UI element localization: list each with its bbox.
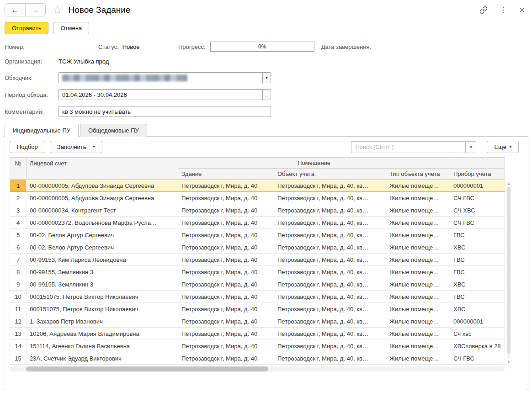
object-cell[interactable]: Петрозаводск г, Мира, д. 40, кв… (274, 340, 386, 352)
account-cell[interactable]: 000151075, Петров Виктор Николаевич (27, 303, 178, 315)
object-type-cell[interactable]: Жилые помеще… (386, 204, 450, 217)
search-clear-button[interactable]: × (465, 141, 476, 153)
object-type-cell[interactable]: Жилые помеще… (386, 180, 450, 192)
building-cell[interactable]: Петрозаводск г, Мира, д. 40 (178, 254, 274, 266)
object-cell[interactable]: Петрозаводск г, Мира, д. 40, кв… (274, 352, 386, 365)
account-cell[interactable]: 00-000000005, Абдулова Зинаида Сергеевна (27, 180, 178, 192)
table-row[interactable]: 800-99155, Землянкин 3Петрозаводск г, Ми… (10, 266, 505, 278)
account-cell[interactable]: 00-000000005, Абдулова Зинаида Сергеевна (27, 192, 178, 204)
building-cell[interactable]: Петрозаводск г, Мира, д. 40 (178, 266, 274, 278)
object-cell[interactable]: Петрозаводск г, Мира, д. 40, кв… (274, 291, 386, 303)
object-cell[interactable]: Петрозаводск г, Мира, д. 40, кв… (274, 303, 386, 315)
meter-cell[interactable]: ХВС (450, 278, 505, 291)
building-cell[interactable]: Петрозаводск г, Мира, д. 40 (178, 217, 274, 229)
row-number-cell[interactable]: 10 (10, 291, 27, 303)
object-cell[interactable]: Петрозаводск г, Мира, д. 40, кв… (274, 328, 386, 340)
meter-cell[interactable]: СЧ ГВС (450, 192, 505, 204)
row-number-cell[interactable]: 1 (10, 180, 27, 192)
meter-cell[interactable]: 000000001 (450, 315, 505, 328)
table-row[interactable]: 100-000000005, Абдулова Зинаида Сергеевн… (10, 180, 505, 192)
favorite-star-icon[interactable]: ☆ (53, 5, 63, 16)
close-icon[interactable]: × (519, 5, 525, 15)
search-input[interactable] (351, 141, 465, 153)
forward-button[interactable]: → (25, 4, 45, 16)
vertical-scrollbar[interactable]: ▴ ▾ (505, 157, 512, 365)
table-row[interactable]: 700-99153, Ким Лариса ЛеонидовнаПетрозав… (10, 254, 505, 266)
object-type-cell[interactable]: Жилые помеще… (386, 340, 450, 352)
account-cell[interactable]: 00-99155, Землянкин 3 (27, 278, 178, 291)
meter-cell[interactable]: 000000001 (450, 180, 505, 192)
object-type-cell[interactable]: Жилые помеще… (386, 328, 450, 340)
table-row[interactable]: 500-02, Белов Артур СергеевичПетрозаводс… (10, 229, 505, 241)
row-number-cell[interactable]: 14 (10, 340, 27, 352)
building-cell[interactable]: Петрозаводск г, Мира, д. 40 (178, 180, 274, 192)
row-number-cell[interactable]: 13 (10, 328, 27, 340)
table-row[interactable]: 121, Захаров Петр ИвановичПетрозаводск г… (10, 315, 505, 328)
account-cell[interactable]: 1, Захаров Петр Иванович (27, 315, 178, 328)
pick-button[interactable]: Подбор (10, 141, 45, 153)
header-num[interactable]: № (10, 158, 27, 180)
object-cell[interactable]: Петрозаводск г, Мира, д. 40, кв… (274, 241, 386, 254)
object-cell[interactable]: Петрозаводск г, Мира, д. 40, кв… (274, 229, 386, 241)
table-row[interactable]: 11000151075, Петров Виктор НиколаевичПет… (10, 303, 505, 315)
walker-combo-field[interactable]: ▾ (59, 72, 271, 83)
scroll-up-icon[interactable]: ▴ (508, 181, 510, 186)
building-cell[interactable]: Петрозаводск г, Мира, д. 40 (178, 241, 274, 254)
building-cell[interactable]: Петрозаводск г, Мира, д. 40 (178, 291, 274, 303)
account-cell[interactable]: 00-02, Белов Артур Сергеевич (27, 229, 178, 241)
object-type-cell[interactable]: Жилые помеще… (386, 291, 450, 303)
object-type-cell[interactable]: Жилые помеще… (386, 352, 450, 365)
object-type-cell[interactable]: Жилые помеще… (386, 229, 450, 241)
account-cell[interactable]: 00-99153, Ким Лариса Леонидовна (27, 254, 178, 266)
walker-dropdown-button[interactable]: ▾ (262, 73, 271, 83)
horizontal-scroll-thumb[interactable] (26, 366, 268, 371)
cancel-button[interactable]: Отмена (53, 22, 89, 34)
meter-cell[interactable]: СЧ ХВС (450, 204, 505, 217)
account-cell[interactable]: 000151075, Петров Виктор Николаевич (27, 291, 178, 303)
period-input[interactable] (59, 90, 262, 100)
account-cell[interactable]: 23А, Счетчик Эдуард Викторович (27, 352, 178, 365)
meter-cell[interactable]: ХВСповерка в 28 (450, 340, 505, 352)
account-cell[interactable]: 00-000000034, Контрагент Тест (27, 204, 178, 217)
building-cell[interactable]: Петрозаводск г, Мира, д. 40 (178, 315, 274, 328)
send-button[interactable]: Отправить (5, 22, 48, 34)
object-cell[interactable]: Петрозаводск г, Мира, д. 40, кв… (274, 266, 386, 278)
vertical-scroll-track[interactable] (507, 187, 511, 359)
building-cell[interactable]: Петрозаводск г, Мира, д. 40 (178, 352, 274, 365)
scroll-down-icon[interactable]: ▾ (508, 360, 510, 365)
table-row[interactable]: 400-0000002372, Водопьянова Марфа Русла…… (10, 217, 505, 229)
account-cell[interactable]: 00-0000002372, Водопьянова Марфа Русла… (27, 217, 178, 229)
object-type-cell[interactable]: Жилые помеще… (386, 217, 450, 229)
object-type-cell[interactable]: Жилые помеще… (386, 192, 450, 204)
meter-cell[interactable]: ХВС (450, 241, 505, 254)
more-menu-icon[interactable]: ⋮ (500, 6, 507, 14)
fill-button[interactable]: Заполнить ▾ (50, 141, 102, 153)
building-cell[interactable]: Петрозаводск г, Мира, д. 40 (178, 328, 274, 340)
table-row[interactable]: 1310206, Андреева Мария ВладимировнаПетр… (10, 328, 505, 340)
object-type-cell[interactable]: Жилые помеще… (386, 266, 450, 278)
object-cell[interactable]: Петрозаводск г, Мира, д. 40, кв… (274, 217, 386, 229)
table-row[interactable]: 14151114, Агеенко Галина ВасильевнаПетро… (10, 340, 505, 352)
building-cell[interactable]: Петрозаводск г, Мира, д. 40 (178, 192, 274, 204)
meter-cell[interactable]: ГВС (450, 229, 505, 241)
header-premises-group[interactable]: Помещение (178, 158, 450, 169)
object-cell[interactable]: Петрозаводск г, Мира, д. 40, кв… (274, 192, 386, 204)
object-cell[interactable]: Петрозаводск г, Мира, д. 40, кв… (274, 180, 386, 192)
object-cell[interactable]: Петрозаводск г, Мира, д. 40, кв… (274, 278, 386, 291)
table-row[interactable]: 600-02, Белов Артур СергеевичПетрозаводс… (10, 241, 505, 254)
building-cell[interactable]: Петрозаводск г, Мира, д. 40 (178, 278, 274, 291)
header-object-type[interactable]: Тип объекта учета (386, 169, 450, 180)
link-icon[interactable] (479, 6, 488, 14)
row-number-cell[interactable]: 11 (10, 303, 27, 315)
header-account[interactable]: Лицевой счет (27, 158, 178, 180)
building-cell[interactable]: Петрозаводск г, Мира, д. 40 (178, 303, 274, 315)
header-meter[interactable]: Прибор учета (450, 169, 505, 180)
table-row[interactable]: 10000151075, Петров Виктор НиколаевичПет… (10, 291, 505, 303)
object-cell[interactable]: Петрозаводск г, Мира, д. 40, кв… (274, 254, 386, 266)
more-button[interactable]: Ещё ▾ (487, 141, 519, 153)
horizontal-scrollbar[interactable] (10, 366, 505, 371)
object-type-cell[interactable]: Жилые помеще… (386, 303, 450, 315)
period-picker-button[interactable]: ... (262, 90, 271, 100)
table-row[interactable]: 300-000000034, Контрагент ТестПетрозавод… (10, 204, 505, 217)
header-object[interactable]: Объект учета (274, 169, 386, 180)
